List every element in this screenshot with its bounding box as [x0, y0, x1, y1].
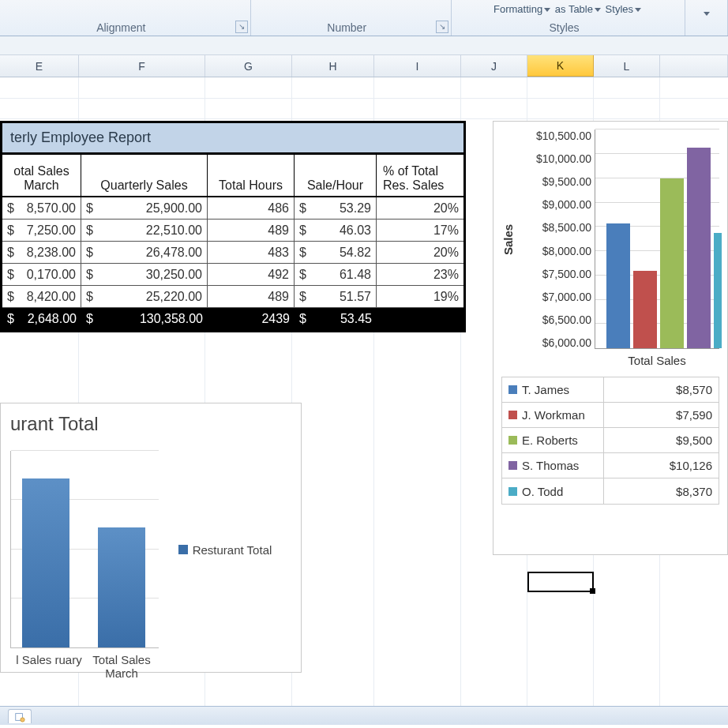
chart2-y-axis-label: Sales	[501, 129, 519, 349]
chart2-bar-eroberts	[660, 178, 684, 349]
col-header-M[interactable]	[660, 55, 728, 77]
sales-chart[interactable]: Sales $10,500.00 $10,000.00 $9,500.00 $9…	[493, 121, 728, 555]
chevron-down-icon[interactable]	[704, 12, 710, 16]
col-header-H[interactable]: H	[292, 55, 374, 77]
col-header-J[interactable]: J	[461, 55, 527, 77]
square-icon	[178, 545, 188, 554]
chevron-down-icon[interactable]	[544, 8, 550, 12]
col-header-F[interactable]: F	[79, 55, 205, 77]
chart2-plot	[595, 129, 719, 349]
square-icon	[508, 411, 517, 419]
legend-row: T. James $8,570	[502, 377, 719, 403]
worksheet[interactable]: terly Employee Report otal SalesMarch Qu…	[0, 77, 728, 725]
hdr-total-hours: Total Hours	[208, 155, 295, 197]
table-total-row: $2,648.00 $130,358.00 2439 $53.45	[2, 308, 463, 330]
legend-row: E. Roberts $9,500	[502, 428, 719, 453]
table-row[interactable]: $7,250.00 $22,510.00 489 $46.03 17%	[2, 220, 463, 242]
new-sheet-tab[interactable]	[8, 709, 32, 723]
chart1-legend: Resturant Total	[159, 451, 291, 648]
hdr-sale-per-hour: Sale/Hour	[295, 155, 377, 197]
chart2-bar-sthomas	[687, 148, 711, 348]
col-header-L[interactable]: L	[594, 55, 660, 77]
ribbon-group-styles: Formatting as Table Styles Styles	[452, 0, 685, 36]
chevron-down-icon[interactable]	[635, 8, 641, 12]
dialog-launcher-number[interactable]: ↘	[436, 21, 448, 33]
chart2-legend-table: T. James $8,570 J. Workman $7,590 E. Rob…	[501, 377, 719, 505]
square-icon	[508, 385, 517, 394]
styles-styles-button[interactable]: Styles	[606, 3, 633, 15]
ribbon-group-alignment: Alignment ↘	[0, 0, 251, 36]
sheet-icon	[14, 711, 25, 722]
chart2-bar-otodd	[714, 233, 722, 348]
styles-formatting-button[interactable]: Formatting	[493, 3, 542, 15]
ribbon-group-more	[685, 0, 728, 36]
chart1-bar-feb	[22, 478, 69, 647]
col-header-E[interactable]: E	[0, 55, 79, 77]
active-cell[interactable]	[527, 572, 594, 592]
chart1-title: urant Total	[10, 413, 291, 435]
formula-bar-strip	[0, 36, 728, 55]
hdr-march-sales: otal SalesMarch	[2, 155, 81, 197]
status-bar	[0, 706, 728, 725]
col-header-K[interactable]: K	[527, 55, 594, 77]
svg-point-1	[21, 717, 24, 721]
table-row[interactable]: $8,570.00 $25,900.00 486 $53.29 20%	[2, 197, 463, 220]
column-headers: E F G H I J K L	[0, 55, 728, 77]
chart2-bar-tjames	[606, 223, 630, 348]
col-header-G[interactable]: G	[205, 55, 292, 77]
table-row[interactable]: $0,170.00 $30,250.00 492 $61.48 23%	[2, 264, 463, 286]
ribbon: Alignment ↘ Number ↘ Formatting as Table…	[0, 0, 728, 36]
col-header-I[interactable]: I	[374, 55, 461, 77]
fill-handle[interactable]	[590, 588, 595, 594]
ribbon-label-number: Number	[251, 21, 443, 34]
square-icon	[508, 461, 517, 470]
ribbon-label-styles: Styles	[452, 21, 677, 34]
table-row[interactable]: $8,238.00 $26,478.00 483 $54.82 20%	[2, 242, 463, 264]
chart2-bar-jworkman	[633, 271, 657, 348]
chevron-down-icon[interactable]	[595, 8, 601, 12]
chart1-bar-mar	[98, 527, 145, 647]
chart2-category-label: Total Sales	[595, 354, 719, 367]
legend-row: J. Workman $7,590	[502, 403, 719, 428]
ribbon-label-alignment: Alignment	[0, 21, 242, 34]
styles-astable-button[interactable]: as Table	[555, 3, 593, 15]
table-row[interactable]: $8,420.00 $25,220.00 489 $51.57 19%	[2, 286, 463, 308]
square-icon	[508, 487, 517, 496]
employee-report-table: terly Employee Report otal SalesMarch Qu…	[0, 121, 466, 332]
legend-row: O. Todd $8,370	[502, 478, 719, 504]
ribbon-group-number: Number ↘	[251, 0, 452, 36]
chart2-y-ticks: $10,500.00 $10,000.00 $9,500.00 $9,000.0…	[519, 129, 595, 349]
dialog-launcher-alignment[interactable]: ↘	[235, 21, 248, 33]
square-icon	[508, 436, 517, 445]
chart1-categories: l Sales ruary Total Sales March	[10, 653, 291, 680]
table-title: terly Employee Report	[2, 123, 463, 155]
restaurant-total-chart[interactable]: urant Total Resturant Total l Sales ruar…	[0, 403, 302, 673]
hdr-pct-res-sales: % of TotalRes. Sales	[377, 155, 463, 197]
table-header-row: otal SalesMarch Quarterly Sales Total Ho…	[2, 155, 463, 197]
chart1-plot	[10, 451, 159, 648]
legend-row: S. Thomas $10,126	[502, 453, 719, 478]
hdr-quarterly-sales: Quarterly Sales	[81, 155, 208, 197]
